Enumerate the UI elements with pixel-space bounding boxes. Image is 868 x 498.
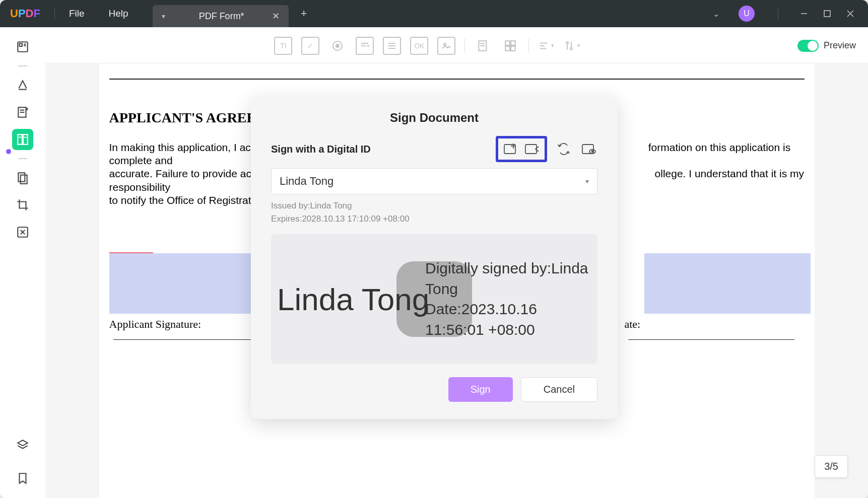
form-toolbar: TI ✓ OK ▾ ▾ Preview: [45, 28, 868, 63]
svg-rect-5: [20, 44, 22, 46]
svg-rect-31: [511, 41, 516, 45]
menu-file[interactable]: File: [69, 8, 85, 19]
image-tool[interactable]: [437, 37, 455, 55]
sidebar-indicator-dot: [6, 149, 11, 154]
cancel-button[interactable]: Cancel: [521, 377, 597, 402]
signature-field-1[interactable]: [109, 253, 276, 314]
grid-tool[interactable]: [501, 37, 519, 55]
id-metadata: Issued by:Linda Tong Expires:2028.10.13 …: [271, 199, 597, 225]
svg-rect-32: [506, 46, 510, 51]
signature-label: Applicant Signature:: [109, 318, 202, 330]
menu-help[interactable]: Help: [109, 8, 128, 19]
new-id-icon[interactable]: [502, 141, 519, 157]
minimize-button[interactable]: [792, 4, 816, 24]
id-action-group: [496, 136, 547, 162]
settings-tool[interactable]: ▾: [563, 37, 580, 55]
radio-tool[interactable]: [328, 37, 347, 55]
svg-point-39: [570, 48, 572, 50]
sidebar: [0, 27, 45, 498]
sign-button[interactable]: Sign: [448, 377, 513, 402]
app-logo: UPDF: [10, 7, 40, 20]
svg-rect-16: [18, 173, 25, 181]
svg-rect-13: [23, 134, 28, 145]
tab-title: PDF Form*: [176, 11, 267, 22]
tab-close-icon[interactable]: ✕: [272, 11, 280, 22]
svg-rect-30: [506, 41, 510, 45]
chevron-down-icon[interactable]: ⌄: [703, 9, 729, 19]
refresh-icon[interactable]: [555, 141, 572, 157]
signature-name: Linda Tong: [277, 281, 429, 317]
new-tab-button[interactable]: +: [301, 7, 307, 20]
svg-point-26: [444, 43, 446, 45]
svg-point-47: [592, 151, 593, 153]
svg-rect-1: [824, 11, 830, 17]
text-field-tool[interactable]: TI: [274, 37, 292, 55]
signature-preview: Linda Tong Digitally signed by:Linda Ton…: [271, 234, 597, 364]
select-caret-icon: ▾: [585, 177, 589, 185]
preview-icon[interactable]: [580, 141, 597, 157]
preview-toggle[interactable]: [797, 40, 819, 52]
bookmark-icon[interactable]: [12, 468, 33, 489]
document-tab[interactable]: ▾ PDF Form* ✕: [153, 5, 289, 27]
date-label: ate:: [624, 318, 640, 330]
digital-id-select[interactable]: Linda Tong ▾: [271, 168, 597, 194]
svg-rect-17: [21, 175, 27, 184]
selected-id-name: Linda Tong: [280, 175, 333, 188]
import-id-icon[interactable]: [523, 141, 541, 157]
user-avatar[interactable]: U: [739, 6, 755, 22]
sign-document-dialog: Sign Document Sign with a Digital ID Lin…: [251, 97, 618, 419]
svg-point-20: [336, 44, 340, 48]
dialog-subtitle: Sign with a Digital ID: [271, 144, 371, 155]
align-tool[interactable]: ▾: [538, 37, 554, 55]
sidebar-highlight-icon[interactable]: [12, 75, 33, 96]
svg-rect-12: [18, 134, 22, 145]
checkbox-tool[interactable]: ✓: [301, 37, 319, 55]
form-data-tool[interactable]: [474, 37, 492, 55]
layers-icon[interactable]: [12, 435, 33, 456]
svg-point-37: [566, 42, 568, 44]
titlebar: UPDF File Help ▾ PDF Form* ✕ + ⌄ U: [0, 0, 868, 27]
close-button[interactable]: [839, 4, 862, 24]
dropdown-tool[interactable]: [356, 37, 374, 55]
sidebar-thumbnails-icon[interactable]: [12, 36, 33, 57]
svg-rect-33: [511, 46, 516, 51]
dialog-title: Sign Document: [271, 111, 597, 125]
button-tool[interactable]: OK: [410, 37, 428, 55]
list-tool[interactable]: [383, 37, 401, 55]
signature-field-2[interactable]: [644, 253, 811, 314]
maximize-button[interactable]: [816, 4, 839, 24]
sidebar-crop-icon[interactable]: [12, 194, 33, 216]
sidebar-forms-icon[interactable]: [12, 129, 33, 150]
sidebar-tools-icon[interactable]: [12, 222, 33, 243]
page-indicator[interactable]: 3/5: [815, 455, 848, 478]
sidebar-notes-icon[interactable]: [12, 102, 33, 123]
sidebar-pages-icon[interactable]: [12, 167, 33, 188]
tab-dropdown-icon[interactable]: ▾: [162, 12, 165, 20]
signature-details: Digitally signed by:Linda Tong Date:2023…: [425, 258, 591, 340]
preview-label: Preview: [824, 40, 856, 51]
